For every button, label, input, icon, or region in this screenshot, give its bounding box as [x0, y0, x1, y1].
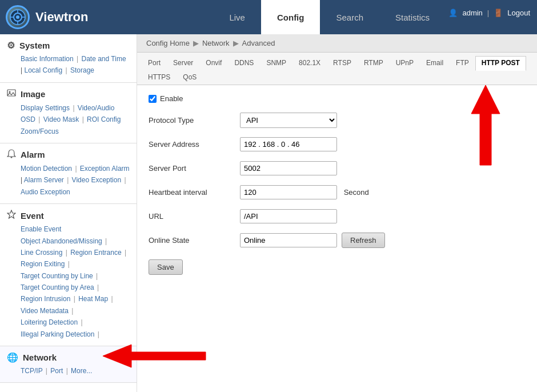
- sidebar-link-more[interactable]: More...: [71, 367, 92, 375]
- subtab-qos[interactable]: QoS: [177, 70, 203, 85]
- subtabs-bar: Port Server Onvif DDNS SNMP 802.1X RTSP …: [137, 53, 537, 85]
- subtab-upnp[interactable]: UPnP: [390, 56, 420, 70]
- sidebar-event-label: Event: [21, 211, 44, 221]
- sidebar-link-display[interactable]: Display Settings: [21, 104, 70, 112]
- subtab-email[interactable]: Email: [420, 56, 450, 70]
- sidebar-link-motion[interactable]: Motion Detection: [21, 165, 72, 173]
- breadcrumb-network[interactable]: Network: [202, 39, 230, 47]
- sidebar-link-tcpip[interactable]: TCP/IP: [21, 367, 42, 375]
- heartbeat-control: Second: [240, 185, 369, 199]
- sidebar-system-header[interactable]: ⚙ System: [7, 40, 130, 51]
- online-state-label: Online State: [149, 236, 240, 245]
- sidebar-link-datetime[interactable]: Date and Time: [82, 55, 126, 63]
- sidebar-network-links: TCP/IP | Port | More...: [7, 365, 130, 377]
- sidebar-link-osd[interactable]: OSD: [21, 115, 35, 123]
- subtab-https[interactable]: HTTPS: [142, 70, 177, 85]
- main-layout: ⚙ System Basic Information | Date and Ti…: [0, 34, 537, 392]
- online-state-row: Online State Refresh: [149, 232, 526, 248]
- heartbeat-input[interactable]: [240, 185, 337, 199]
- subtab-http-post[interactable]: HTTP POST: [475, 56, 526, 71]
- subtab-ddns[interactable]: DDNS: [228, 56, 260, 70]
- enable-checkbox[interactable]: [149, 95, 157, 103]
- sidebar-link-line-crossing[interactable]: Line Crossing: [21, 249, 62, 257]
- sidebar-link-loitering[interactable]: Loitering Detection: [21, 318, 78, 326]
- system-icon: ⚙: [7, 40, 15, 51]
- sidebar-link-video-mask[interactable]: Video Mask: [43, 115, 79, 123]
- heartbeat-label: Heartbeat interval: [149, 188, 240, 197]
- online-state-input: [240, 233, 337, 247]
- online-state-control: Refresh: [240, 233, 385, 248]
- server-port-input[interactable]: [240, 161, 337, 175]
- sidebar-link-region-exiting[interactable]: Region Exiting: [21, 260, 65, 268]
- url-row: URL: [149, 208, 526, 224]
- sidebar-link-basic-info[interactable]: Basic Information: [21, 55, 74, 63]
- logo-icon: [6, 5, 30, 29]
- username: admin: [462, 9, 482, 17]
- enable-label[interactable]: Enable: [160, 94, 183, 103]
- sidebar-section-alarm: Alarm Motion Detection | Exception Alarm…: [0, 143, 137, 204]
- sidebar-link-abandoned[interactable]: Object Abandoned/Missing: [21, 237, 102, 245]
- subtab-rtsp[interactable]: RTSP: [327, 56, 358, 70]
- breadcrumb-sep-2: ▶: [233, 39, 239, 47]
- tab-live[interactable]: Live: [213, 0, 261, 34]
- sidebar-link-storage[interactable]: Storage: [70, 66, 94, 74]
- server-address-input[interactable]: [240, 137, 337, 151]
- sidebar-link-target-counting-line[interactable]: Target Counting by Line: [21, 272, 93, 280]
- sidebar-link-alarm-server[interactable]: Alarm Server: [24, 176, 64, 184]
- sidebar-link-port[interactable]: Port: [50, 367, 63, 375]
- sidebar: ⚙ System Basic Information | Date and Ti…: [0, 34, 137, 392]
- subtab-server[interactable]: Server: [167, 56, 199, 70]
- sidebar-section-network: 🌐 Network TCP/IP | Port | More...: [0, 346, 137, 383]
- sidebar-link-illegal-parking[interactable]: Illegal Parking Detection: [21, 330, 94, 338]
- sidebar-link-enable-event[interactable]: Enable Event: [21, 225, 61, 233]
- tab-config[interactable]: Config: [261, 0, 320, 34]
- sidebar-link-exception[interactable]: Exception Alarm: [80, 165, 130, 173]
- sidebar-link-region-entrance[interactable]: Region Entrance: [70, 249, 121, 257]
- content-area: Config Home ▶ Network ▶ Advanced Port Se…: [137, 34, 537, 392]
- subtab-8021x[interactable]: 802.1X: [292, 56, 327, 70]
- sidebar-alarm-links: Motion Detection | Exception Alarm | Ala…: [7, 163, 130, 198]
- sidebar-link-target-counting-area[interactable]: Target Counting by Area: [21, 283, 94, 291]
- breadcrumb-home[interactable]: Config Home: [146, 39, 190, 47]
- sidebar-image-label: Image: [21, 89, 45, 99]
- protocol-type-select[interactable]: API HTTP HTTPS: [240, 113, 337, 128]
- sidebar-link-heat-map[interactable]: Heat Map: [78, 295, 108, 303]
- sidebar-section-event: Event Enable Event Object Abandoned/Miss…: [0, 204, 137, 346]
- refresh-button[interactable]: Refresh: [342, 233, 385, 248]
- subtab-snmp[interactable]: SNMP: [260, 56, 292, 70]
- breadcrumb: Config Home ▶ Network ▶ Advanced: [137, 34, 537, 53]
- svg-point-2: [16, 15, 19, 19]
- sidebar-section-image: Image Display Settings | Video/Audio OSD…: [0, 83, 137, 143]
- sidebar-network-label: Network: [23, 353, 57, 362]
- server-address-row: Server Address: [149, 136, 526, 152]
- subtab-rtmp[interactable]: RTMP: [358, 56, 390, 70]
- subtab-port[interactable]: Port: [142, 56, 167, 70]
- sidebar-image-header[interactable]: Image: [7, 89, 130, 100]
- save-button[interactable]: Save: [149, 259, 183, 275]
- subtab-onvif[interactable]: Onvif: [199, 56, 228, 70]
- subtab-ftp[interactable]: FTP: [450, 56, 475, 70]
- sidebar-link-region-intrusion[interactable]: Region Intrusion: [21, 295, 70, 303]
- sidebar-section-system: ⚙ System Basic Information | Date and Ti…: [0, 34, 137, 83]
- tab-search[interactable]: Search: [320, 0, 379, 34]
- protocol-type-control: API HTTP HTTPS: [240, 113, 337, 128]
- sidebar-link-video-audio[interactable]: Video/Audio: [78, 104, 115, 112]
- app-title: Viewtron: [35, 10, 89, 25]
- svg-point-8: [9, 91, 11, 93]
- sidebar-alarm-header[interactable]: Alarm: [7, 149, 130, 161]
- sidebar-link-video-exception[interactable]: Video Exception: [72, 176, 122, 184]
- tab-statistics[interactable]: Statistics: [379, 0, 446, 34]
- sidebar-link-zoom-focus[interactable]: Zoom/Focus: [21, 127, 59, 135]
- sidebar-link-video-metadata[interactable]: Video Metadata: [21, 307, 69, 315]
- sidebar-network-header[interactable]: 🌐 Network: [7, 352, 130, 363]
- enable-row: Enable: [149, 94, 526, 103]
- sidebar-event-header[interactable]: Event: [7, 210, 130, 221]
- sidebar-link-audio-exception[interactable]: Audio Exception: [21, 188, 70, 196]
- sidebar-link-roi-config[interactable]: ROI Config: [87, 115, 121, 123]
- breadcrumb-sep-1: ▶: [193, 39, 199, 47]
- logout-link[interactable]: Logout: [507, 9, 530, 17]
- breadcrumb-advanced[interactable]: Advanced: [242, 39, 275, 47]
- sidebar-link-local-config[interactable]: Local Config: [24, 66, 62, 74]
- sidebar-event-links: Enable Event Object Abandoned/Missing | …: [7, 223, 130, 340]
- url-input[interactable]: [240, 209, 337, 223]
